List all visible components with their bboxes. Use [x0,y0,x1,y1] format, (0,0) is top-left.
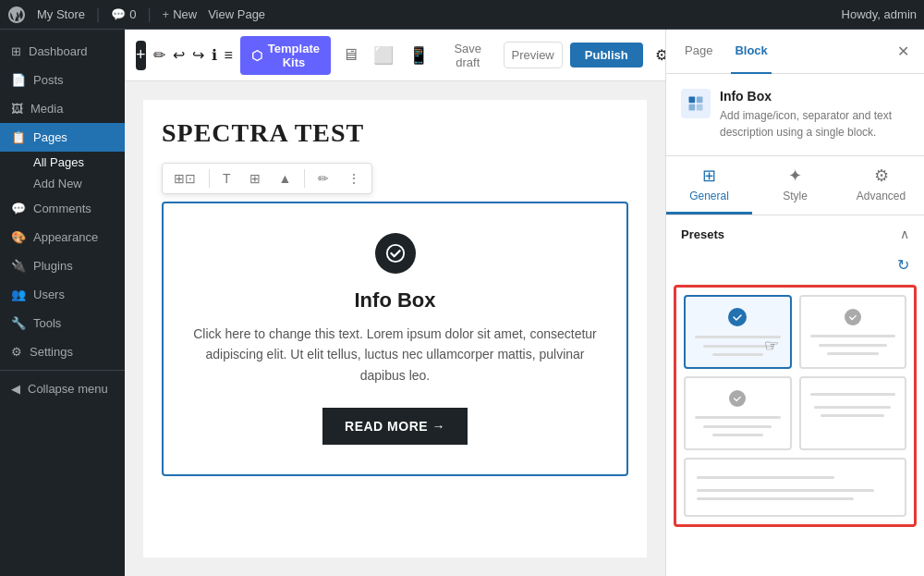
panel-header: Page Block ✕ [666,30,924,74]
block-edit-button[interactable]: ✏ [310,167,336,190]
page-title-area: SPECTRA TEST [162,118,628,148]
preset-line-2a [810,335,896,337]
tools-icon: 🔧 [11,316,26,330]
collapse-icon: ◀ [11,382,20,396]
template-kits-button[interactable]: ⬡ Template Kits [240,36,331,75]
panel-close-button[interactable]: ✕ [897,43,909,60]
tab-block[interactable]: Block [731,30,771,74]
edit-icon[interactable]: ✏ [153,41,165,70]
preview-button[interactable]: Preview [504,42,563,68]
mobile-view-button[interactable]: 📱 [405,42,432,69]
advanced-tab-icon: ⚙ [874,165,889,186]
svg-rect-3 [689,104,696,111]
info-box-read-more-button[interactable]: READ MORE → [322,408,468,445]
sidebar-item-users[interactable]: 👥 Users [0,280,125,309]
wp-logo[interactable] [7,6,26,24]
block-type-button[interactable]: ⊞⊡ [166,167,203,190]
preset-line-5c [697,497,854,500]
gear-button[interactable]: ⚙ [650,41,665,70]
preset-line-1c [712,353,764,356]
sidebar-item-comments[interactable]: 💬 Comments [0,194,125,223]
general-tab-icon: ⊞ [702,165,716,186]
publish-button[interactable]: Publish [570,43,643,67]
block-more-button[interactable]: ⋮ [340,167,368,190]
info-box-title: Info Box [186,288,604,313]
sidebar-sub-add-new[interactable]: Add New [0,173,125,194]
sidebar-item-dashboard[interactable]: ⊞ Dashboard [0,37,125,66]
redo-button[interactable]: ↪ [192,41,204,70]
sidebar-item-settings[interactable]: ⚙ Settings [0,337,125,366]
tab-advanced[interactable]: ⚙ Advanced [838,156,924,214]
preset-line-3c [712,434,764,436]
block-grid-button[interactable]: ⊞ [242,167,268,190]
info-button[interactable]: ℹ [212,41,217,70]
admin-comments[interactable]: 💬 0 [111,7,136,21]
posts-icon: 📄 [11,73,26,87]
sidebar-item-media[interactable]: 🖼 Media [0,94,125,123]
block-info-section: Info Box Add image/icon, separator and t… [666,74,924,156]
admin-view-page[interactable]: View Page [208,7,265,21]
sidebar-divider [0,370,125,371]
admin-site-name[interactable]: My Store [37,7,85,21]
media-icon: 🖼 [11,102,23,116]
admin-howdy: Howdy, admin [842,7,917,21]
tab-page[interactable]: Page [681,30,716,74]
block-info-icon [681,89,711,118]
editor-toolbar: + ✏ ↩ ↪ ℹ ≡ ⬡ Template Kits 🖥 ⬜ 📱 Save d… [125,30,665,81]
preset-card-1[interactable]: ☞ [684,295,792,369]
presets-header[interactable]: Presets ∧ [666,215,924,252]
sidebar-item-appearance[interactable]: 🎨 Appearance [0,223,125,251]
preset-line-4c [821,414,884,417]
preset-refresh-button[interactable]: ↻ [897,256,909,274]
plugins-icon: 🔌 [11,259,26,273]
sep1: | [96,6,100,23]
page-title: SPECTRA TEST [162,118,628,148]
preset-card-4[interactable] [799,376,907,450]
admin-bar: My Store | 💬 0 | + New View Page Howdy, … [0,0,924,30]
preset-card-2[interactable] [799,295,907,369]
svg-point-0 [386,245,403,262]
block-text-button[interactable]: T [215,167,238,190]
sidebar-item-pages[interactable]: 📋 Pages [0,123,125,152]
cursor-icon: ☞ [764,336,779,356]
preset-card-5[interactable] [684,458,906,517]
sidebar-item-posts[interactable]: 📄 Posts [0,66,125,94]
block-info-title: Info Box [720,89,909,104]
tab-style[interactable]: ✦ Style [752,156,838,214]
collapse-menu-button[interactable]: ◀ Collapse menu [0,374,125,403]
block-move-up-button[interactable]: ▲ [272,167,299,190]
canvas-area: SPECTRA TEST ⊞⊡ T ⊞ ▲ ✏ ⋮ [125,81,665,576]
info-box-block: Info Box Click here to change this text.… [162,202,628,476]
right-panel: Page Block ✕ Info Box Add image/icon, se… [665,30,924,576]
list-view-button[interactable]: ≡ [225,41,233,70]
preset-check-icon-3 [729,390,746,407]
presets-collapse-button[interactable]: ∧ [900,227,909,241]
preset-line-2c [827,352,879,355]
add-block-button[interactable]: + [136,41,146,70]
sidebar-sub-all-pages[interactable]: All Pages [0,152,125,173]
settings-icon: ⚙ [11,345,22,359]
admin-new[interactable]: + New [163,7,198,21]
undo-button[interactable]: ↩ [173,41,185,70]
preset-check-icon-1 [728,308,747,326]
sidebar-item-plugins[interactable]: 🔌 Plugins [0,251,125,280]
tablet-view-button[interactable]: ⬜ [370,42,397,69]
desktop-view-button[interactable]: 🖥 [338,42,362,68]
preset-card-3[interactable] [684,376,792,450]
toolbar-divider [209,169,210,188]
info-box-icon [375,233,416,274]
block-tabs: ⊞ General ✦ Style ⚙ Advanced [666,156,924,215]
dashboard-icon: ⊞ [11,44,21,58]
save-draft-button[interactable]: Save draft [440,36,496,75]
tab-general[interactable]: ⊞ General [666,156,752,214]
sidebar-item-tools[interactable]: 🔧 Tools [0,309,125,337]
sep2: | [147,6,151,23]
svg-rect-1 [689,97,696,104]
page-canvas: SPECTRA TEST ⊞⊡ T ⊞ ▲ ✏ ⋮ [143,100,647,558]
users-icon: 👥 [11,288,26,301]
preset-line-3a [695,416,781,419]
block-info-desc: Add image/icon, separator and text descr… [720,107,909,141]
block-toolbar: ⊞⊡ T ⊞ ▲ ✏ ⋮ [162,163,372,194]
preset-check-icon-2 [845,309,861,325]
info-box-description[interactable]: Click here to change this text. Lorem ip… [186,324,604,386]
